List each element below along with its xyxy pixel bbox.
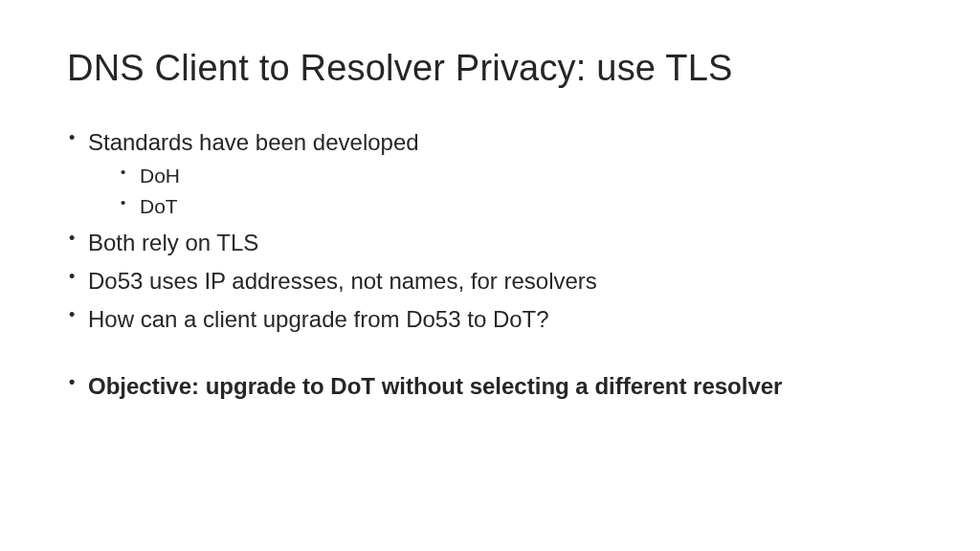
list-item: Standards have been developed DoH DoT — [67, 125, 913, 222]
bullet-list-emphasis: Objective: upgrade to DoT without select… — [67, 369, 913, 404]
bullet-text: DoT — [140, 195, 178, 217]
list-item: How can a client upgrade from Do53 to Do… — [67, 302, 913, 337]
list-item: Both rely on TLS — [67, 226, 913, 260]
bullet-text-bold: Objective: upgrade to DoT without select… — [88, 373, 782, 399]
spacer — [67, 341, 913, 369]
bullet-text: How can a client upgrade from Do53 to Do… — [88, 306, 549, 332]
bullet-text: Do53 uses IP addresses, not names, for r… — [88, 268, 597, 294]
bullet-list: Standards have been developed DoH DoT Bo… — [67, 125, 913, 337]
list-item: DoT — [88, 192, 913, 221]
slide-title: DNS Client to Resolver Privacy: use TLS — [67, 48, 913, 89]
list-item: DoH — [88, 162, 913, 190]
bullet-text: Standards have been developed — [88, 129, 419, 155]
list-item: Objective: upgrade to DoT without select… — [67, 369, 913, 404]
bullet-text: DoH — [140, 165, 180, 187]
list-item: Do53 uses IP addresses, not names, for r… — [67, 264, 913, 298]
bullet-text: Both rely on TLS — [88, 230, 258, 255]
sub-bullet-list: DoH DoT — [88, 162, 913, 222]
